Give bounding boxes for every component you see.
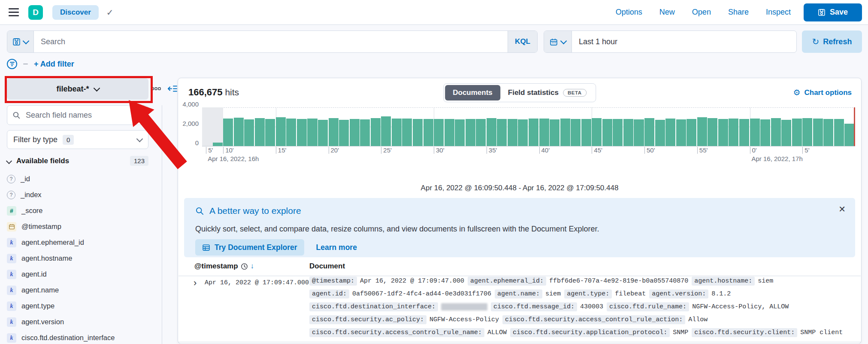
index-options-icon[interactable] bbox=[151, 87, 161, 91]
histogram-bar[interactable] bbox=[676, 119, 686, 146]
available-fields-header[interactable]: Available fields 123 bbox=[7, 156, 148, 166]
breadcrumb[interactable]: Discover bbox=[52, 5, 99, 20]
field-name-chip[interactable]: agent.ephemeral_id: bbox=[468, 277, 546, 286]
histogram-bar[interactable] bbox=[623, 119, 633, 146]
histogram-bar[interactable] bbox=[823, 119, 833, 146]
histogram-bar[interactable] bbox=[518, 119, 528, 146]
histogram-bar[interactable] bbox=[560, 119, 570, 146]
histogram-bar[interactable] bbox=[539, 119, 549, 146]
histogram-bar[interactable] bbox=[360, 119, 370, 146]
field-name-chip[interactable]: cisco.ftd.security.ac_policy: bbox=[309, 315, 426, 324]
histogram-bar[interactable] bbox=[571, 119, 581, 146]
histogram-bar[interactable] bbox=[234, 118, 244, 146]
time-range-value[interactable]: Last 1 hour bbox=[572, 31, 624, 52]
field-name-chip[interactable]: agent.version: bbox=[649, 289, 708, 298]
field-name-chip[interactable]: cisco.ftd.security.application_protocol: bbox=[510, 328, 670, 337]
histogram-plot[interactable] bbox=[202, 107, 855, 146]
histogram-bar[interactable] bbox=[329, 118, 339, 146]
field-search-input[interactable] bbox=[25, 110, 143, 120]
tab-field-statistics[interactable]: Field statistics BETA bbox=[500, 85, 594, 100]
learn-more-link[interactable]: Learn more bbox=[316, 243, 357, 252]
field-name-chip[interactable]: cisco.ftd.rule_name: bbox=[607, 302, 689, 311]
histogram-bar[interactable] bbox=[213, 143, 223, 146]
histogram-bar[interactable] bbox=[371, 118, 381, 146]
histogram-bar[interactable] bbox=[644, 118, 654, 146]
menu-icon[interactable] bbox=[9, 8, 19, 16]
histogram-bar[interactable] bbox=[802, 118, 812, 146]
field-name-chip[interactable]: cisco.ftd.security.access_control_rule_n… bbox=[309, 328, 484, 337]
close-icon[interactable]: ✕ bbox=[838, 205, 846, 213]
refresh-button[interactable]: ↻ Refresh bbox=[802, 30, 862, 53]
tab-documents[interactable]: Documents bbox=[445, 85, 500, 100]
kql-language-button[interactable]: KQL bbox=[508, 31, 537, 52]
histogram-bar[interactable] bbox=[307, 119, 317, 146]
histogram-bar[interactable] bbox=[497, 119, 507, 146]
histogram-bar[interactable] bbox=[297, 119, 307, 146]
histogram-bar[interactable] bbox=[381, 116, 391, 146]
field-item[interactable]: kagent.id bbox=[7, 266, 155, 282]
histogram-bar[interactable] bbox=[265, 119, 275, 146]
histogram-bar[interactable] bbox=[771, 118, 781, 146]
field-item[interactable]: kagent.type bbox=[7, 298, 155, 314]
field-name-chip[interactable]: cisco.ftd.security.access_control_rule_a… bbox=[502, 315, 685, 324]
histogram-bar[interactable] bbox=[339, 120, 349, 146]
histogram-bar[interactable] bbox=[781, 120, 791, 146]
histogram-bar[interactable] bbox=[739, 119, 749, 146]
try-document-explorer-button[interactable]: Try Document Explorer bbox=[195, 239, 304, 256]
histogram-bar[interactable] bbox=[286, 119, 296, 146]
share-button[interactable]: Share bbox=[728, 8, 749, 17]
histogram-bar[interactable] bbox=[413, 119, 423, 146]
histogram-bar[interactable] bbox=[718, 119, 728, 146]
timestamp-column-header[interactable]: @timestamp ↓ bbox=[194, 262, 254, 271]
histogram-bar[interactable] bbox=[687, 119, 696, 146]
histogram-bar[interactable] bbox=[445, 119, 454, 146]
histogram-bar[interactable] bbox=[318, 120, 328, 146]
histogram-bar[interactable] bbox=[697, 117, 707, 146]
histogram-bar[interactable] bbox=[760, 119, 770, 146]
histogram-bar[interactable] bbox=[223, 119, 233, 146]
field-item[interactable]: @timestamp bbox=[7, 219, 155, 234]
histogram-bar[interactable] bbox=[708, 118, 717, 146]
field-item[interactable]: ?_id bbox=[7, 171, 155, 187]
field-item[interactable]: kagent.name bbox=[7, 282, 155, 298]
histogram-bar[interactable] bbox=[276, 117, 286, 146]
histogram-bar[interactable] bbox=[729, 119, 738, 146]
index-pattern-selector[interactable]: filebeat-* bbox=[7, 78, 148, 100]
histogram-bar[interactable] bbox=[244, 119, 254, 146]
histogram-bar[interactable] bbox=[792, 119, 802, 146]
sort-descending-icon[interactable]: ↓ bbox=[251, 262, 254, 271]
histogram-bar[interactable] bbox=[550, 119, 560, 146]
save-button[interactable]: Save bbox=[804, 3, 862, 21]
app-logo[interactable]: D bbox=[28, 5, 43, 20]
field-item[interactable]: ?_index bbox=[7, 187, 155, 203]
add-filter-button[interactable]: + Add filter bbox=[34, 60, 74, 69]
histogram-bar[interactable] bbox=[592, 118, 602, 146]
histogram-bar[interactable] bbox=[602, 119, 612, 146]
histogram-bar[interactable] bbox=[487, 118, 496, 146]
filter-by-type-button[interactable]: Filter by type 0 bbox=[7, 130, 148, 149]
histogram-bar[interactable] bbox=[750, 119, 760, 146]
histogram-bar[interactable] bbox=[581, 119, 591, 146]
filter-menu-icon[interactable] bbox=[7, 59, 17, 69]
field-item[interactable]: kagent.version bbox=[7, 314, 155, 330]
field-item[interactable]: kagent.ephemeral_id bbox=[7, 234, 155, 250]
histogram-bar[interactable] bbox=[813, 119, 823, 146]
field-name-chip[interactable]: cisco.ftd.security.client: bbox=[692, 328, 797, 337]
field-name-chip[interactable]: @timestamp: bbox=[309, 277, 357, 286]
histogram-bar[interactable] bbox=[655, 120, 665, 146]
histogram-bar[interactable] bbox=[434, 119, 444, 146]
histogram-bar[interactable] bbox=[255, 118, 265, 146]
field-item[interactable]: #_score bbox=[7, 203, 155, 219]
histogram-bar[interactable] bbox=[665, 119, 675, 146]
chart-options-button[interactable]: ⚙ Chart options bbox=[793, 88, 852, 97]
field-item[interactable]: kcisco.ftd.destination_interface bbox=[7, 330, 155, 344]
histogram-bar[interactable] bbox=[466, 119, 475, 146]
histogram-bar[interactable] bbox=[423, 119, 433, 146]
histogram-bar[interactable] bbox=[634, 119, 644, 146]
field-item[interactable]: kagent.hostname bbox=[7, 250, 155, 266]
inspect-button[interactable]: Inspect bbox=[766, 8, 791, 17]
search-input[interactable] bbox=[34, 31, 508, 52]
saved-query-menu-button[interactable] bbox=[7, 31, 34, 52]
new-button[interactable]: New bbox=[659, 8, 675, 17]
expand-row-icon[interactable]: › bbox=[194, 278, 197, 288]
